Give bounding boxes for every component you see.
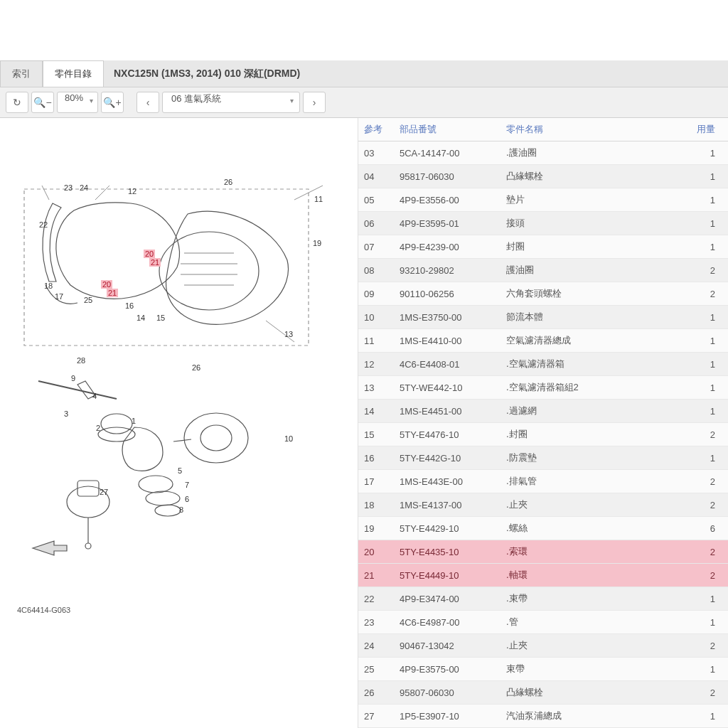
callout-22: 22 [39,220,48,229]
callout-18: 18 [44,282,53,290]
cell-ref: 21 [358,564,394,587]
cell-name: 墊片 [500,188,685,212]
table-row[interactable]: 0990110-06256六角套頭螺栓2 [358,282,728,306]
col-pn[interactable]: 部品番號 [394,118,500,141]
cell-name: 六角套頭螺栓 [500,282,685,306]
callout-26b: 26 [192,363,200,372]
cell-name: 凸緣螺栓 [500,165,685,188]
callout-01: 1 [132,417,136,425]
table-row[interactable]: 124C6-E4408-01.空氣濾清器箱1 [358,353,728,376]
cell-qty: 1 [685,587,728,611]
tab-catalog[interactable]: 零件目錄 [43,60,104,87]
table-row[interactable]: 224P9-E3474-00.束帶1 [358,587,728,611]
table-row[interactable]: 271P5-E3907-10汽油泵浦總成1 [358,705,728,728]
cell-name: .防震墊 [500,446,685,470]
zoom-select[interactable]: 80% [57,92,98,113]
zoom-in-button[interactable]: 🔍+ [101,92,124,113]
cell-ref: 14 [358,400,394,423]
table-row[interactable]: 195TY-E4429-10.螺絲6 [358,517,728,540]
cell-name: .排氣管 [500,470,685,493]
callout-17: 17 [55,292,63,301]
table-row[interactable]: 101MS-E3750-00節流本體1 [358,306,728,329]
callout-10: 10 [284,434,293,443]
callout-05: 5 [178,466,182,475]
cell-name: 封圈 [500,235,685,259]
tabs-row: 索引 零件目錄 NXC125N (1MS3, 2014) 010 深紅(DRMD… [0,60,728,87]
callout-08: 8 [179,505,183,514]
cell-pn: 5TY-E4429-10 [394,517,500,540]
cell-pn: 4P9-E3556-00 [394,188,500,212]
diagram-pane: 23 24 12 26 11 19 22 18 17 25 16 14 15 1… [0,118,358,728]
cell-pn: 4C6-E4987-00 [394,611,500,634]
table-row[interactable]: 0495817-06030凸緣螺栓1 [358,165,728,188]
cell-ref: 06 [358,212,394,235]
cell-pn: 5TY-E442G-10 [394,446,500,470]
cell-qty: 1 [685,212,728,235]
table-row[interactable]: 035CA-14147-00.護油圈1 [358,141,728,165]
table-row[interactable]: 074P9-E4239-00封圈1 [358,235,728,259]
cell-name: 節流本體 [500,306,685,329]
cell-qty: 2 [685,470,728,493]
zoom-out-button[interactable]: 🔍− [31,92,54,113]
callout-15: 15 [156,314,165,322]
cell-qty: 2 [685,564,728,587]
svg-line-20 [95,186,109,200]
cell-qty: 2 [685,681,728,705]
callout-28: 28 [77,356,85,365]
section-select[interactable]: 06 進氣系統 [162,92,300,113]
cell-ref: 03 [358,141,394,165]
col-name[interactable]: 零件名稱 [500,118,685,141]
table-row[interactable]: 254P9-E3575-00束帶1 [358,658,728,681]
parts-diagram [10,146,344,573]
refresh-button[interactable]: ↻ [6,92,28,113]
cell-name: 接頭 [500,212,685,235]
cell-name: .護油圈 [500,141,685,165]
cell-qty: 1 [685,611,728,634]
table-row[interactable]: 165TY-E442G-10.防震墊1 [358,446,728,470]
table-row[interactable]: 064P9-E3595-01接頭1 [358,212,728,235]
cell-ref: 26 [358,681,394,705]
table-row[interactable]: 215TY-E4449-10.軸環2 [358,564,728,587]
tab-index[interactable]: 索引 [0,60,43,87]
cell-ref: 20 [358,540,394,564]
parts-table-pane[interactable]: 參考 部品番號 零件名稱 用量 035CA-14147-00.護油圈104958… [358,118,728,728]
table-row[interactable]: 0893210-29802護油圈2 [358,259,728,282]
table-row[interactable]: 205TY-E4435-10.索環2 [358,540,728,564]
table-row[interactable]: 2695807-06030凸緣螺栓2 [358,681,728,705]
cell-pn: 90467-13042 [394,634,500,658]
callout-03: 3 [64,410,68,418]
table-row[interactable]: 155TY-E4476-10.封圈2 [358,423,728,446]
cell-ref: 04 [358,165,394,188]
svg-point-8 [184,413,248,463]
table-row[interactable]: 234C6-E4987-00.管1 [358,611,728,634]
cell-name: 束帶 [500,658,685,681]
col-ref[interactable]: 參考 [358,118,394,141]
cell-qty: 1 [685,188,728,212]
table-row[interactable]: 054P9-E3556-00墊片1 [358,188,728,212]
cell-pn: 1P5-E3907-10 [394,705,500,728]
cell-pn: 95817-06030 [394,165,500,188]
callout-11: 11 [314,195,323,203]
svg-point-9 [200,425,232,451]
col-qty[interactable]: 用量 [685,118,728,141]
callout-02: 2 [96,424,100,432]
toolbar: ↻ 🔍− 80% 🔍+ ‹ 06 進氣系統 › [0,87,728,118]
callout-12: 12 [128,187,136,196]
table-row[interactable]: 181MS-E4137-00.止夾2 [358,493,728,517]
cell-qty: 1 [685,400,728,423]
table-row[interactable]: 141MS-E4451-00.過濾網1 [358,400,728,423]
cell-qty: 2 [685,493,728,517]
table-row[interactable]: 2490467-13042.止夾2 [358,634,728,658]
svg-rect-0 [24,189,309,346]
next-section-button[interactable]: › [303,92,326,113]
cell-qty: 1 [685,705,728,728]
table-row[interactable]: 135TY-WE442-10.空氣濾清器箱組21 [358,376,728,400]
table-row[interactable]: 171MS-E443E-00.排氣管2 [358,470,728,493]
prev-section-button[interactable]: ‹ [136,92,159,113]
callout-21b: 21 [107,289,118,297]
table-row[interactable]: 111MS-E4410-00空氣濾清器總成1 [358,329,728,353]
cell-qty: 6 [685,517,728,540]
cell-ref: 05 [358,188,394,212]
callout-27: 27 [100,488,108,496]
cell-pn: 4P9-E4239-00 [394,235,500,259]
